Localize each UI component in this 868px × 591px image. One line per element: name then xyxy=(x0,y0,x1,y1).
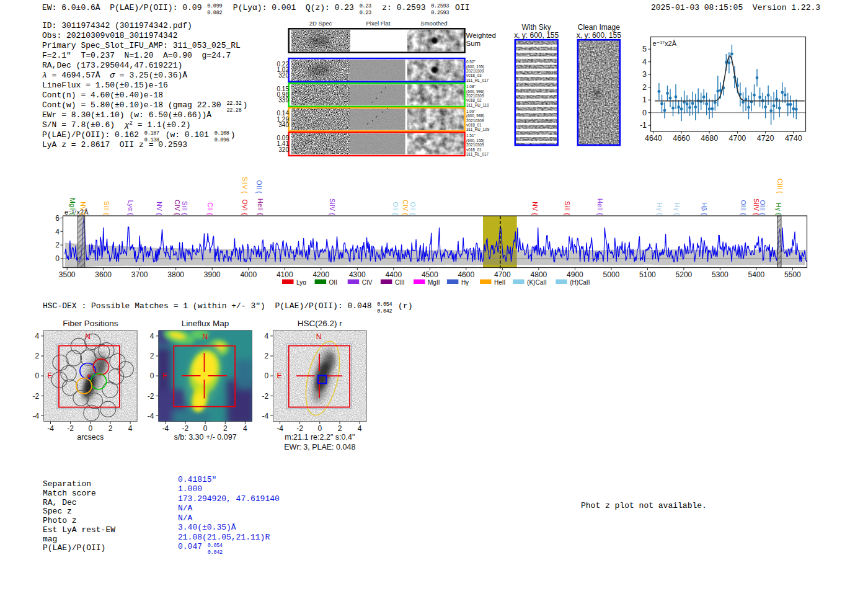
svg-text:2: 2 xyxy=(642,83,647,92)
svg-text:m:21.1 re:2.2" s:0.4": m:21.1 re:2.2" s:0.4" xyxy=(285,433,355,442)
svg-text:5500: 5500 xyxy=(784,270,801,279)
svg-text:0: 0 xyxy=(203,424,208,433)
svg-text:4720: 4720 xyxy=(757,134,774,143)
svg-text:20210309: 20210309 xyxy=(466,118,484,123)
svg-text:-2: -2 xyxy=(148,392,154,401)
svg-text:E: E xyxy=(162,371,167,380)
svg-text:4500: 4500 xyxy=(422,270,438,279)
svg-text:1.08": 1.08" xyxy=(466,84,476,89)
svg-text:20210309: 20210309 xyxy=(466,69,484,73)
svg-text:3800: 3800 xyxy=(167,270,184,279)
svg-text:-2: -2 xyxy=(262,392,269,401)
svg-text:Clean Image: Clean Image xyxy=(578,23,620,32)
svg-text:0: 0 xyxy=(35,371,40,380)
svg-text:5000: 5000 xyxy=(603,270,620,279)
svg-text:6: 6 xyxy=(55,214,60,223)
svg-text:3600: 3600 xyxy=(95,270,112,279)
svg-text:2: 2 xyxy=(265,352,269,360)
svg-text:4740: 4740 xyxy=(785,134,802,143)
svg-text:Weighted: Weighted xyxy=(466,32,496,39)
svg-text:3700: 3700 xyxy=(131,270,148,279)
svg-text:Lineflux Map: Lineflux Map xyxy=(182,319,229,328)
svg-text:4800: 4800 xyxy=(531,270,547,279)
svg-text:1.51": 1.51" xyxy=(466,133,476,138)
svg-text:4: 4 xyxy=(265,332,269,340)
svg-text:4: 4 xyxy=(128,424,133,433)
svg-text:4640: 4640 xyxy=(645,134,662,143)
svg-text:Sum: Sum xyxy=(466,40,481,47)
svg-text:4: 4 xyxy=(55,228,60,236)
svg-text:(H)CaII: (H)CaII xyxy=(570,279,590,286)
svg-text:Lyα: Lyα xyxy=(296,279,306,286)
svg-text:-1: -1 xyxy=(640,121,647,130)
svg-text:311_RU_109: 311_RU_109 xyxy=(466,127,490,132)
svg-text:-4: -4 xyxy=(277,424,283,433)
svg-text:4: 4 xyxy=(642,58,647,66)
svg-text:4: 4 xyxy=(358,424,362,433)
svg-text:0: 0 xyxy=(265,371,269,380)
svg-text:4700: 4700 xyxy=(728,134,746,143)
svg-text:x, y: 600, 155: x, y: 600, 155 xyxy=(577,31,621,40)
svg-text:With Sky: With Sky xyxy=(522,23,551,32)
svg-text:311_RL_017: 311_RL_017 xyxy=(466,152,489,157)
svg-text:20210309: 20210309 xyxy=(466,143,484,147)
svg-text:3: 3 xyxy=(642,70,647,79)
svg-text:1: 1 xyxy=(642,96,647,104)
svg-text:4: 4 xyxy=(243,424,247,433)
svg-text:4000: 4000 xyxy=(240,270,257,279)
svg-text:0: 0 xyxy=(642,109,647,117)
svg-text:E: E xyxy=(47,371,52,380)
svg-text:2: 2 xyxy=(55,241,60,249)
svg-text:MgII: MgII xyxy=(428,279,440,286)
svg-text:2: 2 xyxy=(338,424,342,433)
svg-text:2: 2 xyxy=(108,424,113,433)
svg-text:Smoothed: Smoothed xyxy=(420,20,447,27)
svg-text:-4: -4 xyxy=(262,412,269,420)
svg-text:HSC(26.2) r: HSC(26.2) r xyxy=(298,319,343,328)
svg-text:0: 0 xyxy=(88,424,92,433)
svg-text:4700: 4700 xyxy=(494,270,511,279)
svg-text:4900: 4900 xyxy=(567,270,583,279)
svg-text:2D Spec: 2D Spec xyxy=(309,20,332,27)
svg-text:320: 320 xyxy=(278,146,289,153)
svg-text:4400: 4400 xyxy=(385,270,402,279)
svg-text:2: 2 xyxy=(35,352,40,360)
svg-text:4100: 4100 xyxy=(277,270,293,279)
svg-text:4600: 4600 xyxy=(458,270,474,279)
svg-text:-4: -4 xyxy=(162,424,169,433)
svg-text:5100: 5100 xyxy=(639,270,656,279)
svg-text:4660: 4660 xyxy=(673,134,690,143)
svg-text:5300: 5300 xyxy=(712,270,728,279)
svg-text:20210309: 20210309 xyxy=(466,94,484,98)
svg-text:N: N xyxy=(316,332,322,341)
svg-text:HeII: HeII xyxy=(494,279,505,286)
svg-text:arcsecs: arcsecs xyxy=(77,433,104,442)
svg-text:EWr: 3, PLAE: 0.048: EWr: 3, PLAE: 0.048 xyxy=(284,443,355,451)
svg-text:3900: 3900 xyxy=(204,270,221,279)
svg-text:0.52": 0.52" xyxy=(466,60,476,64)
svg-text:-4: -4 xyxy=(148,412,154,420)
svg-text:311_RU_110: 311_RU_110 xyxy=(466,103,489,108)
svg-text:5: 5 xyxy=(642,45,647,53)
svg-text:-2: -2 xyxy=(296,424,303,433)
svg-text:CIV: CIV xyxy=(362,279,373,286)
svg-text:N: N xyxy=(203,332,208,341)
svg-text:1.09": 1.09" xyxy=(466,109,476,113)
svg-text:311_RL_017: 311_RL_017 xyxy=(466,78,489,83)
svg-text:5400: 5400 xyxy=(748,270,765,279)
svg-text:0: 0 xyxy=(317,424,322,433)
svg-text:4: 4 xyxy=(150,332,154,340)
svg-text:x, y: 600, 155: x, y: 600, 155 xyxy=(514,31,559,40)
svg-text:s/b: 3.30 +/- 0.097: s/b: 3.30 +/- 0.097 xyxy=(174,433,237,442)
svg-text:3500: 3500 xyxy=(59,270,76,279)
svg-text:-4: -4 xyxy=(33,412,40,420)
svg-text:340: 340 xyxy=(278,122,289,128)
svg-text:2: 2 xyxy=(150,352,154,360)
svg-text:2: 2 xyxy=(223,424,228,433)
svg-text:320: 320 xyxy=(278,72,289,79)
svg-text:e⁻¹⁷x2Å: e⁻¹⁷x2Å xyxy=(653,40,677,47)
svg-text:-2: -2 xyxy=(182,424,189,433)
svg-text:Hγ: Hγ xyxy=(461,279,469,286)
svg-text:-2: -2 xyxy=(67,424,74,433)
svg-text:4680: 4680 xyxy=(701,134,718,143)
